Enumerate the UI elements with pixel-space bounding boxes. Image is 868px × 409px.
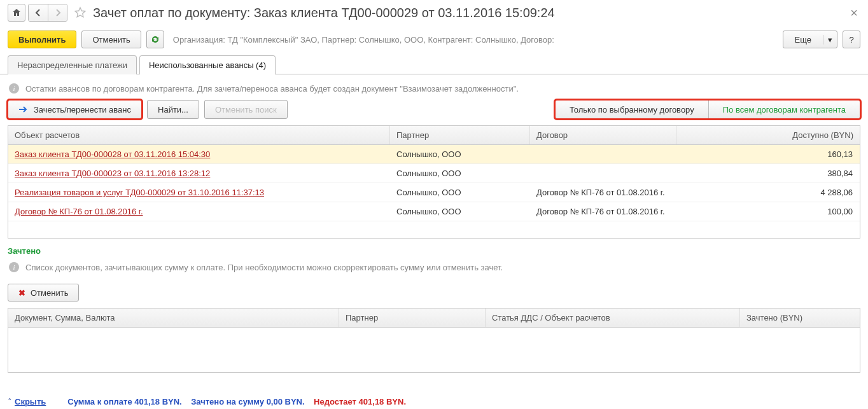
applied-section-title: Зачтено (8, 246, 860, 260)
row-object-link[interactable]: Заказ клиента ТД00-000028 от 03.11.2016 … (15, 149, 210, 159)
chevron-down-icon: ▾ (823, 35, 837, 45)
footer-summary: ˄ Скрыть Сумма к оплате 401,18 BYN. Зачт… (8, 397, 860, 406)
col-partner[interactable]: Партнер (390, 126, 530, 144)
col-applied[interactable]: Зачтено (BYN) (740, 308, 860, 327)
tabs: Нераспределенные платежи Неиспользованны… (0, 55, 868, 74)
refresh-button[interactable] (146, 31, 164, 48)
table-row[interactable]: Договор № КП-76 от 01.08.2016 г. Солнышк… (8, 202, 860, 221)
table-row[interactable]: Заказ клиента ТД00-000023 от 03.11.2016 … (8, 164, 860, 183)
execute-button[interactable]: Выполнить (8, 31, 76, 48)
back-button[interactable] (29, 4, 48, 21)
tab-unused-advances[interactable]: Неиспользованные авансы (4) (139, 55, 276, 74)
advances-grid: Объект расчетов Партнер Договор Доступно… (8, 125, 860, 239)
col-contract[interactable]: Договор (530, 126, 676, 144)
panel-hint: i Остатки авансов по договорам контраген… (8, 81, 860, 100)
contract-filter-segment: Только по выбранному договору По всем до… (555, 100, 860, 119)
applied-hint: i Список документов, зачитывающих сумму … (8, 260, 860, 279)
sum-short: Недостает 401,18 BYN. (314, 397, 406, 406)
hide-link[interactable]: Скрыть (15, 397, 46, 406)
close-button[interactable]: × (846, 6, 862, 20)
row-contract (530, 145, 676, 163)
transfer-advance-label: Зачесть/перенести аванс (34, 105, 131, 114)
row-partner: Солнышко, ООО (390, 183, 530, 202)
cancel-find-button[interactable]: Отменить поиск (204, 100, 288, 119)
row-contract: Договор № КП-76 от 01.08.2016 г. (530, 183, 676, 202)
seg-selected-contract[interactable]: Только по выбранному договору (556, 101, 708, 118)
row-object-link[interactable]: Договор № КП-76 от 01.08.2016 г. (15, 207, 143, 216)
seg-all-contracts[interactable]: По всем договорам контрагента (708, 101, 860, 118)
col-dds[interactable]: Статья ДДС / Объект расчетов (486, 308, 740, 327)
applied-grid: Документ, Сумма, Валюта Партнер Статья Д… (8, 308, 860, 373)
panel-hint-text: Остатки авансов по договорам контрагента… (25, 84, 519, 94)
cancel-apply-label: Отменить (31, 288, 68, 298)
arrow-right-blue-icon (18, 106, 29, 113)
context-info: Организация: ТД "Комплексный" ЗАО, Партн… (173, 35, 778, 45)
nav-back-forward[interactable] (28, 4, 67, 22)
refresh-icon (150, 34, 160, 45)
find-button[interactable]: Найти... (147, 100, 199, 119)
row-partner: Солнышко, ООО (390, 202, 530, 221)
row-available: 100,00 (676, 202, 860, 221)
star-icon (74, 6, 87, 19)
row-object-link[interactable]: Заказ клиента ТД00-000023 от 03.11.2016 … (15, 169, 210, 178)
sum-applied: Зачтено на сумму 0,00 BYN. (191, 397, 304, 406)
col-partner2[interactable]: Партнер (339, 308, 486, 327)
help-button[interactable]: ? (843, 31, 860, 48)
table-row[interactable]: Реализация товаров и услуг ТД00-000029 о… (8, 183, 860, 202)
favorite-star[interactable] (71, 4, 89, 22)
row-contract (530, 164, 676, 183)
row-object-link[interactable]: Реализация товаров и услуг ТД00-000029 о… (15, 188, 264, 197)
col-available[interactable]: Доступно (BYN) (676, 126, 860, 144)
forward-button[interactable] (48, 4, 67, 21)
cancel-button[interactable]: Отменить (81, 31, 141, 48)
arrow-left-icon (34, 8, 43, 17)
more-label: Еще (783, 35, 823, 45)
x-icon: ✖ (18, 288, 25, 298)
more-button[interactable]: Еще ▾ (783, 31, 837, 48)
row-partner: Солнышко, ООО (390, 145, 530, 163)
arrow-right-icon (53, 8, 62, 17)
home-icon (11, 8, 22, 18)
row-available: 380,84 (676, 164, 860, 183)
tab-unallocated-payments[interactable]: Нераспределенные платежи (8, 55, 137, 74)
row-contract: Договор № КП-76 от 01.08.2016 г. (530, 202, 676, 221)
home-button[interactable] (8, 4, 25, 22)
info-icon: i (9, 262, 19, 272)
row-available: 160,13 (676, 145, 860, 163)
transfer-advance-button[interactable]: Зачесть/перенести аванс (8, 100, 142, 119)
row-available: 4 288,06 (676, 183, 860, 202)
table-row[interactable]: Заказ клиента ТД00-000028 от 03.11.2016 … (8, 145, 860, 164)
row-partner: Солнышко, ООО (390, 164, 530, 183)
info-icon: i (9, 83, 19, 94)
cancel-apply-button[interactable]: ✖ Отменить (8, 284, 79, 302)
col-doc[interactable]: Документ, Сумма, Валюта (8, 308, 339, 327)
col-object[interactable]: Объект расчетов (8, 126, 390, 144)
sum-to-pay: Сумма к оплате 401,18 BYN. (67, 397, 181, 406)
applied-hint-text: Список документов, зачитывающих сумму к … (25, 263, 503, 272)
caret-up-icon: ˄ (8, 397, 12, 406)
page-title: Зачет оплат по документу: Заказ клиента … (93, 6, 846, 20)
